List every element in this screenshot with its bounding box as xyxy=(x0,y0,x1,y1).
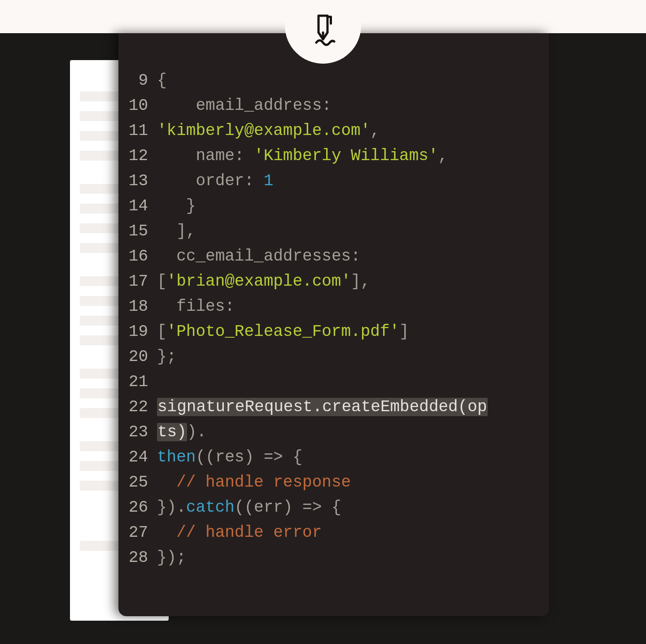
code-editor-panel[interactable]: 9{10 email_address: 11'kimberly@example.… xyxy=(118,33,549,616)
code-token: 1 xyxy=(264,172,274,190)
line-number: 25 xyxy=(118,470,157,495)
code-token: ((err) => { xyxy=(235,498,341,517)
code-line-content[interactable]: ], xyxy=(157,219,549,244)
code-line[interactable]: 17['brian@example.com'], xyxy=(118,269,549,294)
code-line[interactable]: 11'kimberly@example.com', xyxy=(118,118,549,144)
code-line-content[interactable]: then((res) => { xyxy=(157,445,549,470)
code-line-content[interactable]: { xyxy=(157,68,549,93)
line-number: 20 xyxy=(118,344,157,370)
code-token: catch xyxy=(186,498,235,517)
code-line[interactable]: 23ts)). xyxy=(118,420,549,445)
line-number: 13 xyxy=(118,169,157,194)
code-token: { xyxy=(157,71,167,90)
code-token: }). xyxy=(157,498,186,517)
code-token: 'Photo_Release_Form.pdf' xyxy=(167,322,399,341)
code-line[interactable]: 10 email_address: xyxy=(118,93,549,118)
code-token: // handle error xyxy=(157,523,322,542)
code-token: ], xyxy=(157,222,196,240)
code-line[interactable]: 16 cc_email_addresses: xyxy=(118,244,549,269)
code-line-content[interactable]: 'kimberly@example.com', xyxy=(157,118,549,144)
code-line-content[interactable]: // handle error xyxy=(157,520,549,545)
line-number: 18 xyxy=(118,294,157,319)
code-token: [ xyxy=(157,322,167,341)
code-line[interactable]: 9{ xyxy=(118,68,549,93)
code-token: ] xyxy=(399,322,409,341)
code-token: , xyxy=(438,147,448,165)
code-token: , xyxy=(370,122,380,140)
code-line-content[interactable]: ['brian@example.com'], xyxy=(157,269,549,294)
code-token: email_address: xyxy=(157,96,341,115)
code-line-content[interactable]: } xyxy=(157,194,549,219)
code-line[interactable]: 18 files: xyxy=(118,294,549,319)
line-number: 22 xyxy=(118,395,157,420)
code-token: ((res) => { xyxy=(196,448,302,466)
code-line[interactable]: 14 } xyxy=(118,194,549,219)
code-line[interactable]: 26}).catch((err) => { xyxy=(118,495,549,520)
code-line[interactable]: 12 name: 'Kimberly Williams', xyxy=(118,144,549,169)
code-line-content[interactable]: ts)). xyxy=(157,420,549,445)
code-line-content[interactable]: // handle response xyxy=(157,470,549,495)
code-token: ts) xyxy=(157,423,187,441)
line-number: 24 xyxy=(118,445,157,470)
code-token: name: xyxy=(157,147,254,165)
pen-signature-icon xyxy=(305,21,341,49)
code-line[interactable]: 27 // handle error xyxy=(118,520,549,545)
code-token: // handle response xyxy=(157,473,351,492)
code-line-content[interactable]: cc_email_addresses: xyxy=(157,244,549,269)
line-number: 27 xyxy=(118,520,157,545)
code-line[interactable]: 20}; xyxy=(118,344,549,370)
line-number: 11 xyxy=(118,118,157,144)
line-number: 26 xyxy=(118,495,157,520)
code-token: 'Kimberly Williams' xyxy=(254,147,438,165)
code-line[interactable]: 15 ], xyxy=(118,219,549,244)
code-line-content[interactable]: signatureRequest.createEmbedded(op xyxy=(157,395,549,420)
code-token: }); xyxy=(157,548,186,567)
code-line[interactable]: 28}); xyxy=(118,545,549,570)
code-line-content[interactable] xyxy=(157,370,549,395)
code-line-content[interactable]: order: 1 xyxy=(157,169,549,194)
code-token: files: xyxy=(157,297,244,316)
code-line[interactable]: 19['Photo_Release_Form.pdf'] xyxy=(118,319,549,344)
code-token: then xyxy=(157,448,196,466)
code-token: cc_email_addresses: xyxy=(157,247,370,265)
code-line-content[interactable]: }; xyxy=(157,344,549,370)
stage: 9{10 email_address: 11'kimberly@example.… xyxy=(0,0,646,644)
code-line-content[interactable]: email_address: xyxy=(157,93,549,118)
line-number: 9 xyxy=(118,68,157,93)
code-line-content[interactable]: name: 'Kimberly Williams', xyxy=(157,144,549,169)
line-number: 28 xyxy=(118,545,157,570)
code-line-content[interactable]: ['Photo_Release_Form.pdf'] xyxy=(157,319,549,344)
line-number: 23 xyxy=(118,420,157,445)
code-token: order: xyxy=(157,172,264,190)
line-number: 14 xyxy=(118,194,157,219)
code-token: } xyxy=(157,197,196,215)
code-token: [ xyxy=(157,272,167,291)
code-line-content[interactable]: files: xyxy=(157,294,549,319)
code-token: }; xyxy=(157,348,176,366)
code-token: ], xyxy=(351,272,370,291)
line-number: 15 xyxy=(118,219,157,244)
code-token xyxy=(157,373,167,391)
line-number: 21 xyxy=(118,370,157,395)
code-line[interactable]: 13 order: 1 xyxy=(118,169,549,194)
code-line[interactable]: 21 xyxy=(118,370,549,395)
code-token: 'kimberly@example.com' xyxy=(157,122,370,140)
code-token: signatureRequest.createEmbedded(op xyxy=(157,398,488,416)
code-line[interactable]: 22signatureRequest.createEmbedded(op xyxy=(118,395,549,420)
line-number: 10 xyxy=(118,93,157,118)
code-line[interactable]: 25 // handle response xyxy=(118,470,549,495)
line-number: 12 xyxy=(118,144,157,169)
line-number: 16 xyxy=(118,244,157,269)
line-number: 19 xyxy=(118,319,157,344)
code-area[interactable]: 9{10 email_address: 11'kimberly@example.… xyxy=(118,68,549,570)
line-number: 17 xyxy=(118,269,157,294)
code-token: ). xyxy=(187,423,206,441)
code-line-content[interactable]: }).catch((err) => { xyxy=(157,495,549,520)
code-token: 'brian@example.com' xyxy=(167,272,351,291)
code-line-content[interactable]: }); xyxy=(157,545,549,570)
code-line[interactable]: 24then((res) => { xyxy=(118,445,549,470)
